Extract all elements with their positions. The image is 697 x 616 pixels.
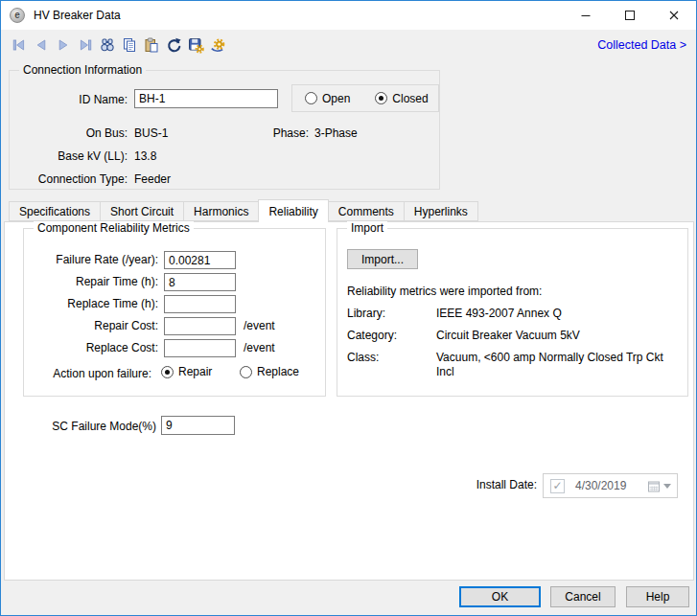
save-gear-icon (187, 36, 204, 54)
close-icon (666, 8, 682, 23)
replace-radio[interactable]: Replace (240, 365, 299, 378)
save-defaults-button[interactable] (184, 34, 206, 57)
cancel-button[interactable]: Cancel (550, 586, 616, 607)
sc-failure-mode-label: SC Failure Mode(%) (5, 420, 156, 433)
replace-cost-label: Replace Cost: (24, 341, 158, 354)
hv-breaker-data-dialog: e HV Breaker Data (0, 0, 697, 616)
replace-time-row: Replace Time (h): (24, 295, 325, 314)
gear-icon (209, 36, 226, 54)
phase-label: Phase: (230, 126, 309, 140)
id-name-input[interactable] (134, 89, 278, 108)
install-date-checkbox[interactable] (550, 479, 565, 493)
repair-radio[interactable]: Repair (161, 365, 212, 378)
breaker-status-box: Open Closed (291, 84, 439, 112)
replace-time-input[interactable] (164, 295, 236, 313)
replace-cost-input[interactable] (164, 339, 236, 357)
class-label: Class: (347, 351, 379, 364)
unit-label: /event (244, 341, 275, 354)
last-record-icon (77, 36, 94, 54)
next-record-icon (55, 36, 72, 54)
previous-record-button[interactable] (30, 34, 52, 57)
on-bus-label: On Bus: (10, 126, 128, 140)
import-button[interactable]: Import... (347, 249, 418, 269)
maximize-icon (622, 8, 638, 23)
repair-time-row: Repair Time (h): (24, 273, 325, 292)
base-kv-label: Base kV (LL): (10, 149, 128, 163)
radio-dot-icon (240, 366, 252, 378)
first-record-button[interactable] (8, 34, 30, 57)
library-value: IEEE 493-2007 Annex Q (436, 307, 684, 321)
install-date-value: 4/30/2019 (575, 479, 626, 492)
tab-harmonics[interactable]: Harmonics (183, 201, 259, 221)
find-button[interactable] (96, 34, 118, 57)
action-upon-failure-label: Action upon failure: (24, 367, 151, 380)
paste-icon (143, 36, 160, 54)
repair-time-label: Repair Time (h): (24, 275, 158, 288)
base-kv-value: 13.8 (134, 149, 156, 163)
radio-dot-icon (375, 92, 387, 104)
open-radio[interactable]: Open (305, 92, 350, 105)
repair-cost-input[interactable] (164, 317, 236, 335)
tab-short-circuit[interactable]: Short Circuit (100, 201, 184, 221)
metrics-group-title: Component Reliability Metrics (34, 221, 194, 235)
connection-type-label: Connection Type: (10, 172, 128, 186)
calendar-icon (647, 480, 661, 492)
tab-comments[interactable]: Comments (328, 201, 405, 221)
radio-dot-icon (305, 92, 317, 104)
minimize-icon (578, 8, 593, 23)
tab-bar: Specifications Short Circuit Harmonics R… (9, 199, 477, 221)
collected-data-link[interactable]: Collected Data > (597, 38, 686, 52)
install-date-label: Install Date: (388, 478, 537, 491)
maximize-button[interactable] (608, 1, 652, 30)
repair-cost-row: Repair Cost: /event (24, 317, 325, 336)
import-group: Import Import... Reliability metrics wer… (337, 228, 688, 397)
open-radio-label: Open (322, 92, 350, 105)
undo-icon (165, 36, 182, 54)
chevron-down-icon (663, 484, 671, 489)
component-reliability-metrics-group: Component Reliability Metrics Failure Ra… (23, 228, 326, 397)
copy-icon (121, 36, 138, 54)
help-button[interactable]: Help (626, 586, 689, 607)
unit-label: /event (244, 319, 275, 332)
closed-radio[interactable]: Closed (375, 92, 428, 105)
phase-value: 3-Phase (314, 126, 358, 140)
last-record-button[interactable] (74, 34, 96, 57)
binoculars-icon (99, 36, 116, 54)
previous-record-icon (33, 36, 50, 54)
minimize-button[interactable] (564, 1, 608, 30)
category-value: Circuit Breaker Vacuum 5kV (436, 329, 684, 343)
failure-rate-label: Failure Rate (/year): (24, 253, 158, 266)
import-group-title: Import (347, 221, 387, 235)
reliability-tab-page: Component Reliability Metrics Failure Ra… (4, 221, 694, 581)
repair-radio-label: Repair (178, 365, 212, 378)
paste-button[interactable] (140, 34, 162, 57)
etap-app-icon: e (10, 8, 25, 23)
replace-radio-label: Replace (257, 365, 299, 378)
category-label: Category: (347, 329, 397, 342)
titlebar[interactable]: e HV Breaker Data (1, 1, 696, 30)
next-record-button[interactable] (52, 34, 74, 57)
library-label: Library: (347, 307, 385, 320)
failure-rate-input[interactable] (164, 251, 236, 269)
toolbar: Collected Data > (1, 30, 696, 60)
window-controls (564, 1, 696, 30)
repair-time-input[interactable] (164, 273, 236, 291)
copy-button[interactable] (118, 34, 140, 57)
tab-hyperlinks[interactable]: Hyperlinks (404, 201, 478, 221)
install-date-control: 4/30/2019 (543, 473, 678, 498)
tab-specifications[interactable]: Specifications (9, 201, 101, 221)
import-note: Reliability metrics were imported from: (347, 285, 542, 298)
sc-failure-mode-input[interactable] (161, 416, 235, 435)
close-button[interactable] (652, 1, 696, 30)
replace-cost-row: Replace Cost: /event (24, 339, 325, 358)
closed-radio-label: Closed (392, 92, 428, 105)
options-button[interactable] (206, 34, 228, 57)
ok-button[interactable]: OK (459, 586, 541, 607)
undo-button[interactable] (162, 34, 184, 57)
id-name-label: ID Name: (10, 93, 128, 106)
failure-rate-row: Failure Rate (/year): (24, 251, 325, 270)
tab-reliability[interactable]: Reliability (258, 199, 328, 222)
install-date-dropdown-button[interactable] (647, 480, 671, 492)
connection-type-value: Feeder (134, 172, 171, 186)
replace-time-label: Replace Time (h): (24, 297, 158, 310)
